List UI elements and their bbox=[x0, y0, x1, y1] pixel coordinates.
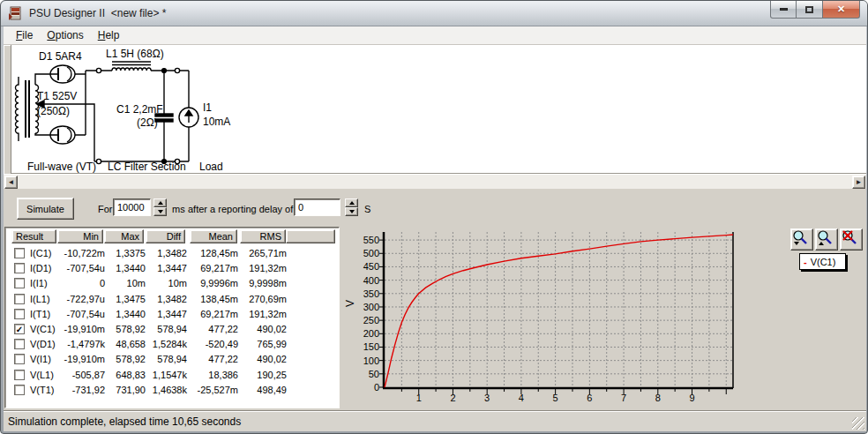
titlebar[interactable]: PSU Designer II <new file> * ✕ bbox=[1, 1, 868, 26]
checkbox-unchecked[interactable] bbox=[14, 309, 25, 319]
checkbox-unchecked[interactable] bbox=[14, 294, 25, 304]
checkbox-unchecked[interactable] bbox=[14, 278, 25, 288]
y-tick-label: 250 bbox=[355, 315, 379, 326]
spin-down-button[interactable] bbox=[345, 207, 358, 216]
spin-up-icon bbox=[349, 201, 355, 205]
cell-rms: 265,71m bbox=[225, 248, 287, 258]
checkbox-checked[interactable]: ✓ bbox=[14, 324, 25, 334]
spin-up-button[interactable] bbox=[345, 198, 358, 207]
circuit-hscrollbar[interactable]: ◄ ► bbox=[4, 174, 866, 189]
delay-input[interactable]: 0 bbox=[294, 198, 340, 216]
y-axis-label: V bbox=[344, 300, 356, 307]
cell-rms: 191,32m bbox=[225, 309, 287, 319]
plot-area bbox=[341, 227, 864, 408]
x-tick-label: 7 bbox=[615, 393, 632, 403]
minimize-icon bbox=[780, 8, 788, 11]
checkbox-unchecked[interactable] bbox=[14, 385, 25, 395]
results-table: ResultMinMaxDiffMeanRMSI(C1)-10,722m1,33… bbox=[4, 227, 340, 408]
y-tick-label: 0 bbox=[355, 382, 379, 393]
spin-down-icon bbox=[158, 210, 163, 213]
status-text: Simulation complete, elapsed time 10,65 … bbox=[8, 415, 241, 428]
menu-item-file[interactable]: File bbox=[9, 27, 40, 43]
cell-rms: 490,02 bbox=[225, 354, 287, 364]
table-row-ic1: I(C1)-10,722m1,33751,3482128,45m265,71m bbox=[7, 246, 337, 261]
y-tick-label: 150 bbox=[355, 341, 379, 352]
label-section-rectifier: Full-wave (VT) bbox=[27, 161, 96, 173]
label-d1: D1 5AR4 bbox=[39, 50, 82, 63]
menu-item-options[interactable]: Options bbox=[40, 27, 90, 43]
zoom-out-icon bbox=[816, 229, 834, 247]
label-t1-1: T1 525V bbox=[37, 90, 77, 102]
chart-legend: - V(C1) bbox=[799, 253, 846, 270]
circuit-panel[interactable]: D1 5AR4 L1 5H (68Ω) T1 525V (250Ω) C1 2,… bbox=[4, 45, 866, 174]
column-header-max[interactable]: Max bbox=[104, 229, 144, 243]
checkbox-unchecked[interactable] bbox=[14, 370, 25, 380]
x-tick-label: 5 bbox=[547, 393, 565, 403]
for-label: For bbox=[98, 204, 113, 214]
close-button[interactable]: ✕ bbox=[822, 1, 860, 19]
x-tick-label: 3 bbox=[478, 393, 496, 403]
table-row-it1: I(T1)-707,54u1,34401,344769,217m191,32m bbox=[7, 307, 337, 322]
maximize-button[interactable] bbox=[796, 1, 823, 19]
duration-spinner[interactable] bbox=[153, 198, 167, 216]
y-tick-label: 450 bbox=[355, 261, 379, 272]
y-tick-label: 400 bbox=[355, 275, 379, 286]
cell-rms: 490,02 bbox=[225, 324, 287, 334]
zoom-reset-icon bbox=[841, 229, 858, 247]
simulate-button[interactable]: Simulate bbox=[17, 198, 74, 220]
minimize-button[interactable] bbox=[770, 1, 797, 19]
series-vc1 bbox=[385, 235, 733, 387]
status-bar: Simulation complete, elapsed time 10,65 … bbox=[4, 410, 866, 431]
close-icon: ✕ bbox=[837, 4, 845, 15]
app-window: PSU Designer II <new file> * ✕ FileOptio… bbox=[0, 0, 868, 434]
column-header-mean[interactable]: Mean bbox=[190, 229, 237, 243]
delay-spinner[interactable] bbox=[345, 198, 358, 216]
zoom-in-button[interactable] bbox=[790, 228, 813, 251]
legend-swatch: - bbox=[804, 257, 807, 267]
column-header-diff[interactable]: Diff bbox=[146, 229, 185, 243]
cell-rms: 9,9998m bbox=[225, 278, 287, 288]
zoom-reset-button[interactable] bbox=[840, 228, 863, 251]
table-row-vl1: V(L1)-505,87648,831,1547k18,386190,25 bbox=[7, 368, 337, 383]
transformer-primary-coil bbox=[15, 77, 19, 141]
y-tick-label: 300 bbox=[355, 302, 379, 312]
label-i1-2: 10mA bbox=[203, 116, 230, 128]
label-l1: L1 5H (68Ω) bbox=[106, 48, 164, 60]
menu-item-help[interactable]: Help bbox=[91, 27, 127, 43]
app-icon bbox=[8, 6, 24, 21]
resize-grip[interactable] bbox=[852, 417, 864, 430]
table-row-vi1: V(I1)-19,910m578,92578,94477,22490,02 bbox=[7, 352, 337, 367]
duration-input[interactable]: 10000 bbox=[113, 198, 151, 216]
column-header-filler bbox=[286, 229, 335, 243]
zoom-in-icon bbox=[791, 229, 809, 247]
scroll-left-button[interactable]: ◄ bbox=[4, 176, 18, 189]
column-header-rms[interactable]: RMS bbox=[240, 229, 286, 243]
checkbox-unchecked[interactable] bbox=[14, 263, 25, 273]
x-tick-label: 6 bbox=[580, 393, 598, 403]
table-row-vt1: V(T1)-731,92731,901,4638k-25,527m498,49 bbox=[7, 383, 337, 398]
x-tick-label: 2 bbox=[444, 393, 461, 403]
column-header-result[interactable]: Result bbox=[11, 229, 56, 243]
cell-rms: 191,32m bbox=[225, 263, 287, 273]
scroll-right-button[interactable]: ► bbox=[852, 176, 865, 189]
column-header-min[interactable]: Min bbox=[57, 229, 103, 243]
label-t1-2: (250Ω) bbox=[37, 105, 70, 117]
circuit-left-strip bbox=[4, 45, 11, 174]
delay-unit-label: S bbox=[364, 204, 370, 214]
cell-rms: 270,69m bbox=[225, 294, 287, 304]
duration-unit-label: ms bbox=[172, 204, 185, 214]
checkbox-unchecked[interactable] bbox=[14, 248, 25, 258]
zoom-out-button[interactable] bbox=[815, 228, 838, 251]
label-section-load: Load bbox=[199, 161, 223, 173]
inductor-coil bbox=[112, 68, 151, 71]
chart-panel: V bbox=[341, 227, 864, 408]
checkbox-unchecked[interactable] bbox=[14, 354, 25, 364]
window-title: PSU Designer II <new file> * bbox=[29, 7, 166, 19]
circuit-schematic: D1 5AR4 L1 5H (68Ω) T1 525V (250Ω) C1 2,… bbox=[4, 45, 866, 174]
table-row-vc1: ✓V(C1)-19,910m578,92578,94477,22490,02 bbox=[7, 322, 337, 337]
spin-down-button[interactable] bbox=[153, 207, 167, 216]
checkbox-unchecked[interactable] bbox=[14, 339, 25, 349]
label-i1-1: I1 bbox=[203, 101, 212, 114]
arrow-right-icon: ► bbox=[856, 178, 863, 186]
spin-up-button[interactable] bbox=[153, 198, 167, 207]
